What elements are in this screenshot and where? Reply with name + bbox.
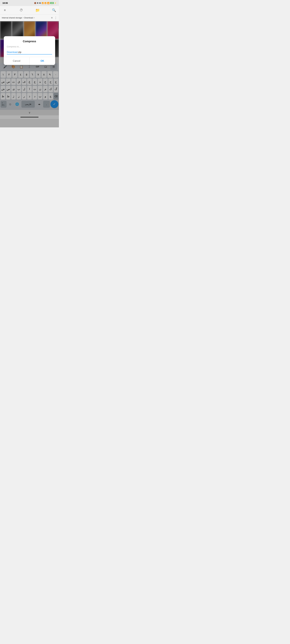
charging-icon: ⚡ — [54, 2, 57, 4]
dialog-actions: Cancel OK — [4, 57, 55, 65]
settings-icon: ⚙ — [37, 2, 38, 4]
menu-icon[interactable]: ≡ — [3, 8, 7, 13]
input-suffix-text: .zip — [18, 51, 21, 54]
status-icons: 🔕 ⚙ 4G 📶 📶 📶 100 ⚡ — [34, 2, 57, 4]
ok-button[interactable]: OK — [30, 57, 55, 65]
breadcrumb-separator-1: > — [23, 17, 24, 19]
compress-dialog: Compress Compress to... Download.zip Can… — [4, 36, 55, 65]
breadcrumb-bar: Internal shared storage > Download > ≡ ⋮ — [0, 14, 59, 21]
network-4g-icon: 4G — [39, 2, 41, 4]
cancel-button[interactable]: Cancel — [4, 57, 30, 65]
dialog-input-wrapper: Download.zip — [4, 50, 55, 57]
status-time: 18:06 — [3, 2, 8, 4]
dialog-title: Compress — [4, 36, 55, 44]
list-view-icon[interactable]: ≡ — [51, 16, 53, 19]
navigation-bar: ≡ ⏱ 📁 🔍 — [0, 6, 59, 14]
notification-icon: 🔕 — [34, 2, 36, 4]
breadcrumb: Internal shared storage > Download > — [2, 16, 35, 19]
search-icon[interactable]: 🔍 — [52, 8, 57, 13]
input-highlight-text: Download — [7, 51, 18, 54]
dialog-subtitle: Compress to... — [4, 44, 55, 50]
signal-strength-2-icon: 📶 — [44, 2, 47, 4]
battery-icon: 100 — [50, 2, 54, 4]
folder-icon[interactable]: 📁 — [35, 8, 40, 13]
breadcrumb-root[interactable]: Internal shared storage — [2, 16, 22, 19]
more-options-icon[interactable]: ⋮ — [54, 16, 57, 20]
status-bar: 18:06 🔕 ⚙ 4G 📶 📶 📶 100 ⚡ — [0, 0, 59, 6]
wifi-icon: 📶 — [47, 2, 50, 4]
dialog-input-container: Download.zip — [7, 50, 52, 54]
history-icon[interactable]: ⏱ — [19, 8, 24, 13]
breadcrumb-actions: ≡ ⋮ — [51, 16, 57, 20]
breadcrumb-separator-2: > — [34, 17, 35, 19]
breadcrumb-current[interactable]: Download — [24, 16, 33, 19]
dialog-overlay: Compress Compress to... Download.zip Can… — [0, 21, 59, 128]
signal-strength-icon: 📶 — [42, 2, 44, 4]
